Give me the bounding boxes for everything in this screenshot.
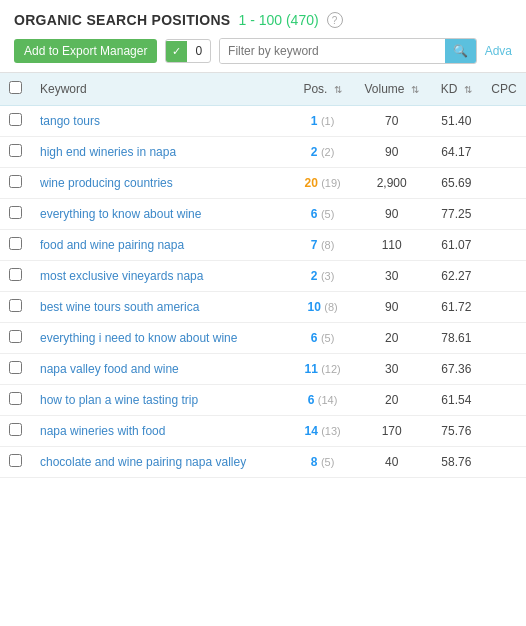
keyword-link[interactable]: high end wineries in napa xyxy=(40,145,176,159)
kd-sort-icon[interactable]: ⇅ xyxy=(464,84,472,95)
volume-cell: 40 xyxy=(352,447,431,478)
keyword-link[interactable]: napa wineries with food xyxy=(40,424,165,438)
header-checkbox-col xyxy=(0,73,30,106)
pos-value: 2 xyxy=(311,145,318,159)
pos-value: 6 xyxy=(311,331,318,345)
table-row: everything to know about wine6 (5)9077.2… xyxy=(0,199,526,230)
cpc-cell xyxy=(482,199,526,230)
add-export-button[interactable]: Add to Export Manager xyxy=(14,39,157,63)
table-row: napa valley food and wine11 (12)3067.36 xyxy=(0,354,526,385)
advanced-link[interactable]: Adva xyxy=(485,44,512,58)
table-header-row: Keyword Pos. ⇅ Volume ⇅ KD ⇅ CPC xyxy=(0,73,526,106)
filter-container: 🔍 xyxy=(219,38,477,64)
keyword-link[interactable]: chocolate and wine pairing napa valley xyxy=(40,455,246,469)
pos-cell: 14 (13) xyxy=(293,416,353,447)
keyword-cell: napa valley food and wine xyxy=(30,354,293,385)
table-row: how to plan a wine tasting trip6 (14)206… xyxy=(0,385,526,416)
keyword-cell: napa wineries with food xyxy=(30,416,293,447)
controls-row: Add to Export Manager ✓ 0 🔍 Adva xyxy=(14,38,512,64)
keyword-cell: everything to know about wine xyxy=(30,199,293,230)
keyword-link[interactable]: tango tours xyxy=(40,114,100,128)
keyword-link[interactable]: everything i need to know about wine xyxy=(40,331,237,345)
selected-count-widget: ✓ 0 xyxy=(165,39,211,63)
header-volume: Volume ⇅ xyxy=(352,73,431,106)
pos-cell: 8 (5) xyxy=(293,447,353,478)
pos-value: 14 xyxy=(304,424,317,438)
pos-prev: (1) xyxy=(321,115,334,127)
row-checkbox[interactable] xyxy=(9,237,22,250)
row-checkbox-cell xyxy=(0,292,30,323)
checkmark-icon: ✓ xyxy=(166,41,187,62)
search-button[interactable]: 🔍 xyxy=(445,39,476,63)
pos-cell: 6 (14) xyxy=(293,385,353,416)
kd-cell: 51.40 xyxy=(431,106,482,137)
header-section: ORGANIC SEARCH POSITIONS 1 - 100 (470) ?… xyxy=(0,0,526,73)
row-checkbox-cell xyxy=(0,168,30,199)
row-checkbox-cell xyxy=(0,230,30,261)
keyword-cell: how to plan a wine tasting trip xyxy=(30,385,293,416)
row-checkbox[interactable] xyxy=(9,361,22,374)
count-badge: 0 xyxy=(187,40,210,62)
keyword-cell: best wine tours south america xyxy=(30,292,293,323)
volume-cell: 90 xyxy=(352,292,431,323)
row-checkbox[interactable] xyxy=(9,113,22,126)
keyword-cell: everything i need to know about wine xyxy=(30,323,293,354)
table-body: tango tours1 (1)7051.40high end wineries… xyxy=(0,106,526,478)
table-row: chocolate and wine pairing napa valley8 … xyxy=(0,447,526,478)
kd-cell: 78.61 xyxy=(431,323,482,354)
row-checkbox-cell xyxy=(0,106,30,137)
row-checkbox[interactable] xyxy=(9,144,22,157)
pos-prev: (3) xyxy=(321,270,334,282)
pos-value: 1 xyxy=(311,114,318,128)
kd-cell: 61.07 xyxy=(431,230,482,261)
row-checkbox[interactable] xyxy=(9,392,22,405)
keyword-link[interactable]: most exclusive vineyards napa xyxy=(40,269,203,283)
pos-sort-icon[interactable]: ⇅ xyxy=(334,84,342,95)
row-checkbox[interactable] xyxy=(9,175,22,188)
kd-cell: 77.25 xyxy=(431,199,482,230)
info-icon[interactable]: ? xyxy=(327,12,343,28)
pos-cell: 7 (8) xyxy=(293,230,353,261)
cpc-cell xyxy=(482,230,526,261)
row-checkbox[interactable] xyxy=(9,299,22,312)
cpc-cell xyxy=(482,168,526,199)
kd-cell: 64.17 xyxy=(431,137,482,168)
filter-input[interactable] xyxy=(220,39,445,63)
page-title: ORGANIC SEARCH POSITIONS xyxy=(14,12,230,28)
keyword-link[interactable]: napa valley food and wine xyxy=(40,362,179,376)
row-checkbox[interactable] xyxy=(9,423,22,436)
row-checkbox-cell xyxy=(0,447,30,478)
cpc-cell xyxy=(482,137,526,168)
keyword-link[interactable]: food and wine pairing napa xyxy=(40,238,184,252)
title-row: ORGANIC SEARCH POSITIONS 1 - 100 (470) ? xyxy=(14,12,512,28)
select-all-checkbox[interactable] xyxy=(9,81,22,94)
keyword-link[interactable]: best wine tours south america xyxy=(40,300,199,314)
keyword-link[interactable]: everything to know about wine xyxy=(40,207,201,221)
keyword-cell: tango tours xyxy=(30,106,293,137)
row-checkbox[interactable] xyxy=(9,268,22,281)
keyword-cell: chocolate and wine pairing napa valley xyxy=(30,447,293,478)
pos-value: 6 xyxy=(311,207,318,221)
keyword-cell: wine producing countries xyxy=(30,168,293,199)
table-row: food and wine pairing napa7 (8)11061.07 xyxy=(0,230,526,261)
volume-sort-icon[interactable]: ⇅ xyxy=(411,84,419,95)
keyword-link[interactable]: wine producing countries xyxy=(40,176,173,190)
pos-prev: (8) xyxy=(324,301,337,313)
row-checkbox-cell xyxy=(0,385,30,416)
row-checkbox[interactable] xyxy=(9,454,22,467)
kd-cell: 75.76 xyxy=(431,416,482,447)
pos-prev: (12) xyxy=(321,363,341,375)
row-checkbox[interactable] xyxy=(9,330,22,343)
pos-cell: 11 (12) xyxy=(293,354,353,385)
header-keyword: Keyword xyxy=(30,73,293,106)
keyword-link[interactable]: how to plan a wine tasting trip xyxy=(40,393,198,407)
volume-cell: 30 xyxy=(352,261,431,292)
row-checkbox[interactable] xyxy=(9,206,22,219)
volume-cell: 170 xyxy=(352,416,431,447)
pos-value: 8 xyxy=(311,455,318,469)
row-checkbox-cell xyxy=(0,323,30,354)
cpc-cell xyxy=(482,354,526,385)
row-checkbox-cell xyxy=(0,354,30,385)
row-checkbox-cell xyxy=(0,261,30,292)
keyword-cell: most exclusive vineyards napa xyxy=(30,261,293,292)
